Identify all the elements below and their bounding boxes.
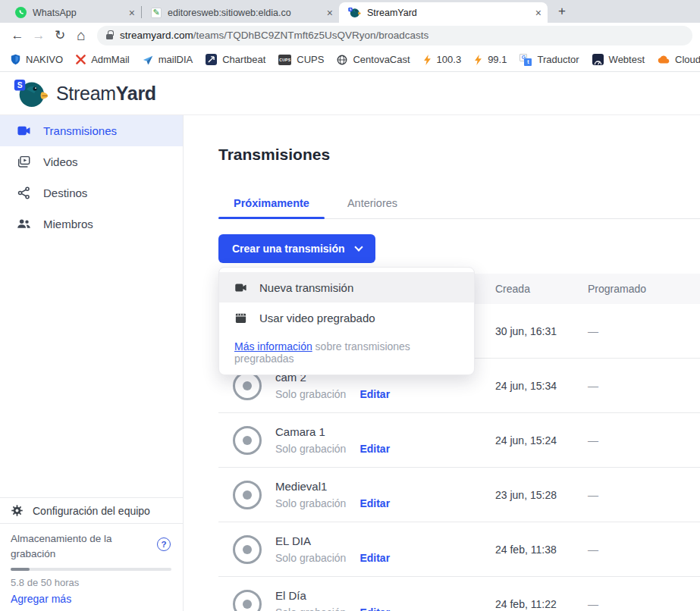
- gear-icon: [11, 504, 24, 517]
- tab-proximamente[interactable]: Próximamente: [218, 197, 325, 218]
- bookmark-label: 99.1: [488, 54, 507, 65]
- home-icon[interactable]: ⌂: [71, 26, 91, 45]
- video-camera-icon: [17, 124, 31, 138]
- tab-close-icon[interactable]: ×: [129, 8, 135, 18]
- bookmark-cloudflare[interactable]: CloudFlare: [658, 54, 700, 65]
- menu-info: Más información sobre transmisiones preg…: [219, 333, 474, 374]
- storage-panel: Almacenamiento de la grabación ? 5.8 de …: [0, 523, 183, 611]
- cups-icon: CUPS: [278, 55, 291, 65]
- bolt-icon: [423, 55, 432, 65]
- clapperboard-icon: [234, 312, 247, 324]
- broadcast-row-medieval1[interactable]: Medieval1Solo grabaciónEditar23 jun, 15:…: [218, 468, 700, 522]
- logo-stream: Stream: [56, 83, 116, 104]
- tab-anteriores[interactable]: Anteriores: [332, 197, 413, 218]
- sidebar-item-label: Miembros: [43, 218, 93, 230]
- broadcast-row-el-dia[interactable]: EL DIASolo grabaciónEditar24 feb, 11:38—: [218, 522, 700, 577]
- streamyard-duck-logo: S: [14, 78, 49, 108]
- created-date: 30 jun, 16:31: [495, 325, 588, 337]
- back-icon[interactable]: ←: [8, 26, 27, 45]
- scheduled-date: —: [588, 325, 700, 337]
- create-broadcast-label: Crear una transmisión: [232, 243, 345, 255]
- help-icon[interactable]: ?: [157, 537, 171, 551]
- menu-item-usar-video-pregrabado[interactable]: Usar video pregrabado: [219, 302, 474, 333]
- menu-item-nueva-transmision[interactable]: Nueva transmisión: [219, 272, 474, 302]
- broadcast-type: Solo grabación: [275, 497, 346, 509]
- sidebar: TransmisionesVideosDestinosMiembros Conf…: [0, 115, 184, 611]
- browser-tab-whatsapp[interactable]: WhatsApp×: [6, 2, 141, 23]
- logo-yard: Yard: [116, 83, 156, 104]
- edit-link[interactable]: Editar: [359, 552, 390, 564]
- bookmark-100-3[interactable]: 100.3: [423, 54, 462, 65]
- broadcast-row-camara-1[interactable]: Camara 1Solo grabaciónEditar24 jun, 15:2…: [218, 413, 700, 468]
- bookmark-admmail[interactable]: AdmMail: [76, 54, 130, 65]
- browser-tab-editoresweb-sitioweb-eldia-co[interactable]: ✎editoresweb:sitioweb:eldia.co×: [142, 2, 339, 23]
- storage-usage: 5.8 de 50 horas: [11, 577, 172, 588]
- edit-link[interactable]: Editar: [359, 497, 390, 509]
- bookmark-nakivo[interactable]: NAKIVO: [11, 54, 63, 65]
- bookmark-label: AdmMail: [91, 54, 130, 65]
- tab-close-icon[interactable]: ×: [327, 8, 333, 18]
- broadcast-type: Solo grabación: [275, 606, 346, 611]
- broadcast-type: Solo grabación: [275, 443, 346, 455]
- record-icon: [233, 481, 262, 509]
- lock-icon: [106, 34, 113, 39]
- edit-link[interactable]: Editar: [359, 606, 390, 611]
- edit-link[interactable]: Editar: [359, 388, 390, 400]
- bookmark-traductor[interactable]: GtTraductor: [520, 54, 579, 66]
- team-settings-button[interactable]: Configuración del equipo: [0, 497, 183, 523]
- share-icon: [17, 186, 31, 200]
- nav-bar: ← → ↻ ⌂ streamyard.com/teams/TQDhBC9ZNTm…: [0, 23, 700, 48]
- storage-label: Almacenamiento de la grabación: [11, 531, 126, 562]
- url-host: streamyard.com: [120, 30, 193, 41]
- sidebar-item-transmisiones[interactable]: Transmisiones: [0, 115, 183, 146]
- tab-close-icon[interactable]: ×: [535, 8, 541, 18]
- record-icon: [233, 590, 262, 611]
- bookmark-99-1[interactable]: 99.1: [474, 54, 507, 65]
- app-header: S StreamYard: [0, 72, 700, 115]
- streamyard-duck-icon: S: [348, 7, 361, 18]
- mail-x-icon: [76, 55, 86, 64]
- bookmark-label: CentovaCast: [353, 54, 410, 65]
- created-date: 24 jun, 15:34: [495, 380, 588, 392]
- sidebar-item-label: Videos: [43, 155, 78, 168]
- paper-plane-icon: [143, 55, 153, 65]
- forward-icon[interactable]: →: [29, 26, 49, 45]
- add-more-link[interactable]: Agregar más: [11, 593, 172, 605]
- reload-icon[interactable]: ↻: [50, 26, 70, 45]
- svg-text:S: S: [17, 81, 23, 89]
- new-tab-button[interactable]: +: [552, 2, 572, 21]
- bookmark-chartbeat[interactable]: Chartbeat: [206, 54, 265, 65]
- bookmark-label: CloudFlare: [675, 54, 700, 65]
- sidebar-item-videos[interactable]: Videos: [0, 146, 183, 177]
- shield-icon: [11, 54, 20, 65]
- browser-tab-streamyard[interactable]: SStreamYard×: [339, 2, 548, 23]
- sidebar-item-miembros[interactable]: Miembros: [0, 208, 183, 240]
- bookmark-label: Chartbeat: [222, 54, 265, 65]
- create-broadcast-button[interactable]: Crear una transmisión: [218, 234, 375, 263]
- bookmark-maildia[interactable]: mailDIA: [143, 54, 193, 65]
- broadcast-type: Solo grabación: [275, 388, 346, 400]
- sidebar-item-destinos[interactable]: Destinos: [0, 177, 183, 208]
- url-bar[interactable]: streamyard.com/teams/TQDhBC9ZNTmft6z5UsQ…: [97, 26, 692, 45]
- bookmark-centovacast[interactable]: CentovaCast: [337, 54, 410, 65]
- column-header-programado: Programado: [588, 283, 700, 295]
- bookmark-label: Traductor: [537, 54, 579, 65]
- bookmark-label: CUPS: [297, 54, 324, 65]
- edit-link[interactable]: Editar: [359, 443, 390, 455]
- bookmark-cups[interactable]: CUPSCUPS: [278, 54, 324, 65]
- bookmark-label: 100.3: [437, 54, 462, 65]
- storage-progress-bar: [11, 568, 171, 571]
- broadcast-row-el-dia[interactable]: El DíaSolo grabaciónEditar24 feb, 11:22—: [218, 577, 700, 611]
- bookmark-webtest[interactable]: Webtest: [592, 54, 645, 65]
- broadcast-name: Medieval1: [275, 480, 390, 493]
- chevron-down-icon: [354, 243, 363, 251]
- more-info-link[interactable]: Más información: [234, 340, 312, 352]
- tab-bar: WhatsApp×✎editoresweb:sitioweb:eldia.co×…: [0, 0, 700, 23]
- whatsapp-icon: [15, 7, 27, 18]
- editor-icon: ✎: [151, 8, 162, 18]
- video-library-icon: [17, 155, 31, 169]
- bookmarks-bar: NAKIVOAdmMailmailDIAChartbeatCUPSCUPSCen…: [0, 48, 700, 72]
- bookmark-label: Webtest: [609, 54, 645, 65]
- app-logo[interactable]: StreamYard: [56, 83, 156, 105]
- members-icon: [17, 217, 31, 231]
